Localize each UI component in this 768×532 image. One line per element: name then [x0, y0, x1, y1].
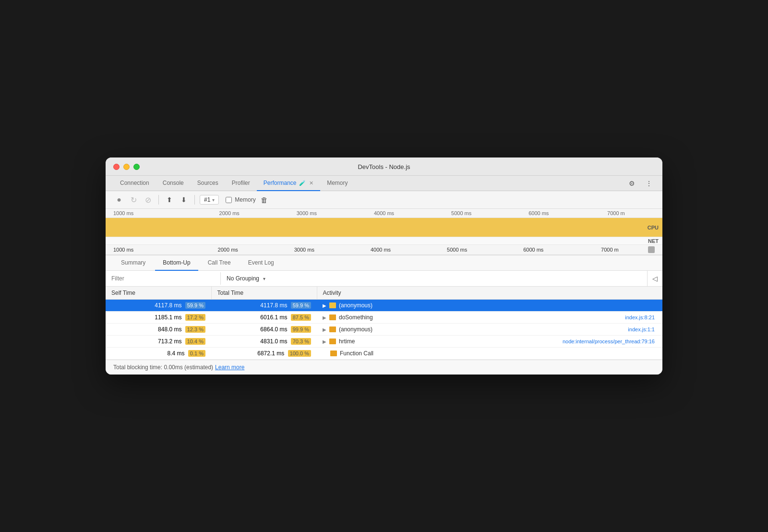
titlebar: DevTools - Node.js	[106, 157, 662, 176]
more-icon[interactable]: ⋮	[643, 178, 655, 189]
tab-connection[interactable]: Connection	[113, 176, 156, 191]
status-text: Total blocking time: 0.00ms (estimated)	[113, 364, 213, 371]
ruler-mark-3000: 3000 ms	[268, 210, 345, 216]
learn-more-link[interactable]: Learn more	[215, 364, 244, 371]
memory-checkbox-input[interactable]	[226, 197, 232, 203]
subtabs: Summary Bottom-Up Call Tree Event Log	[106, 255, 662, 271]
ruler2-mark-6000: 6000 ms	[495, 247, 572, 253]
download-button[interactable]: ⬇	[178, 194, 190, 206]
subtab-summary[interactable]: Summary	[113, 255, 153, 271]
activity-cell: ▶(anonymous)index.js:1:1	[317, 324, 662, 335]
total-time-value: 6864.0 ms	[260, 326, 287, 333]
statusbar: Total blocking time: 0.00ms (estimated) …	[106, 360, 662, 375]
filter-input[interactable]	[106, 272, 221, 285]
net-bar: NET	[106, 237, 662, 245]
profile-selector[interactable]: #1 ▾	[200, 195, 219, 205]
activity-name: hrtime	[339, 338, 355, 345]
timeline-area: 1000 ms 2000 ms 3000 ms 4000 ms 5000 ms …	[106, 209, 662, 255]
table-row[interactable]: 713.2 ms 10.4 %4831.0 ms 70.3 %▶hrtimeno…	[106, 336, 662, 348]
record-button[interactable]: ●	[113, 194, 125, 206]
ruler-mark-7000: 7000 m	[577, 210, 655, 216]
window-title: DevTools - Node.js	[358, 163, 410, 170]
performance-table: Self Time Total Time Activity 4117.8 ms …	[106, 287, 662, 360]
tab-console[interactable]: Console	[156, 176, 191, 191]
table-row[interactable]: 8.4 ms 0.1 %6872.1 ms 100.0 %Function Ca…	[106, 348, 662, 360]
ruler-mark-4000: 4000 ms	[345, 210, 422, 216]
ruler2-mark-3000: 3000 ms	[266, 247, 342, 253]
ruler2-mark-2000: 2000 ms	[190, 247, 266, 253]
activity-cell: Function Call	[317, 348, 662, 359]
expand-arrow-icon[interactable]: ▶	[323, 327, 326, 332]
folder-icon	[329, 339, 336, 344]
total-pct-badge: 99.9 %	[291, 326, 311, 333]
tabbar: Connection Console Sources Profiler Perf…	[106, 176, 662, 191]
table-row[interactable]: 4117.8 ms 59.9 %4117.8 ms 59.9 %▶(anonym…	[106, 300, 662, 312]
settings-icon[interactable]: ⚙	[626, 178, 637, 189]
col-header-activity: Activity	[317, 287, 662, 300]
col-header-total-time: Total Time	[211, 287, 317, 300]
reload-button: ↻	[128, 194, 139, 206]
self-pct-badge: 12.3 %	[185, 326, 205, 333]
expand-arrow-icon[interactable]: ▶	[323, 339, 326, 344]
tab-memory[interactable]: Memory	[320, 176, 354, 191]
folder-icon	[329, 314, 336, 320]
self-time-value: 848.0 ms	[158, 326, 181, 333]
activity-name: Function Call	[340, 350, 373, 357]
maximize-button[interactable]	[133, 164, 140, 170]
self-time-value: 4117.8 ms	[155, 302, 181, 309]
tabbar-actions: ⚙ ⋮	[626, 178, 655, 189]
timeline-ruler-top: 1000 ms 2000 ms 3000 ms 4000 ms 5000 ms …	[106, 209, 662, 218]
total-time-cell: 4831.0 ms 70.3 %	[211, 336, 317, 348]
tab-profiler[interactable]: Profiler	[225, 176, 257, 191]
expand-arrow-icon[interactable]: ▶	[323, 303, 326, 308]
trash-button[interactable]: 🗑	[259, 194, 270, 206]
folder-icon	[329, 302, 336, 308]
timeline-ruler-bottom: 1000 ms 2000 ms 3000 ms 4000 ms 5000 ms …	[106, 245, 662, 255]
table-row[interactable]: 848.0 ms 12.3 %6864.0 ms 99.9 %▶(anonymo…	[106, 324, 662, 336]
col-header-self-time: Self Time	[106, 287, 211, 300]
self-pct-badge: 59.9 %	[185, 302, 205, 309]
cpu-usage-fill	[106, 218, 662, 237]
subtab-event-log[interactable]: Event Log	[240, 255, 282, 271]
source-link[interactable]: index.js:1:1	[628, 326, 657, 332]
total-time-cell: 6864.0 ms 99.9 %	[211, 324, 317, 336]
self-time-cell: 848.0 ms 12.3 %	[106, 324, 211, 336]
ruler2-mark-5000: 5000 ms	[419, 247, 495, 253]
upload-button[interactable]: ⬆	[164, 194, 175, 206]
dropdown-icon: ▾	[212, 197, 215, 203]
table-row[interactable]: 1185.1 ms 17.2 %6016.1 ms 87.5 %▶doSomet…	[106, 312, 662, 324]
memory-checkbox[interactable]: Memory	[226, 196, 255, 203]
source-link[interactable]: index.js:8:21	[625, 314, 657, 320]
subtab-call-tree[interactable]: Call Tree	[200, 255, 239, 271]
self-time-value: 1185.1 ms	[155, 314, 181, 321]
close-button[interactable]	[113, 164, 120, 170]
folder-icon	[329, 326, 336, 332]
panel-toggle-button[interactable]: ◁	[647, 271, 662, 286]
activity-cell: ▶(anonymous)	[317, 300, 662, 311]
self-time-cell: 1185.1 ms 17.2 %	[106, 312, 211, 324]
total-pct-badge: 59.9 %	[291, 302, 311, 309]
net-label: NET	[648, 238, 659, 244]
ruler2-mark-4000: 4000 ms	[342, 247, 419, 253]
ruler-mark-2000: 2000 ms	[191, 210, 268, 216]
subtab-bottom-up[interactable]: Bottom-Up	[155, 255, 198, 271]
tab-sources[interactable]: Sources	[191, 176, 225, 191]
total-time-cell: 6872.1 ms 100.0 %	[211, 348, 317, 360]
tab-performance[interactable]: Performance 🧪 ✕	[257, 176, 320, 191]
activity-name: (anonymous)	[339, 326, 372, 333]
source-link[interactable]: node:internal/process/per_thread:79:16	[563, 339, 657, 344]
grouping-select[interactable]: No Grouping ▾	[221, 272, 647, 285]
ruler2-mark-1000: 1000 ms	[113, 247, 190, 253]
minimize-button[interactable]	[123, 164, 130, 170]
cpu-bar: CPU	[106, 218, 662, 237]
total-pct-badge: 100.0 %	[288, 350, 311, 357]
tab-close-icon[interactable]: ✕	[309, 180, 313, 186]
self-time-value: 713.2 ms	[158, 338, 181, 345]
total-time-cell: 4117.8 ms 59.9 %	[211, 300, 317, 312]
ruler2-mark-7000: 7000 m	[572, 247, 648, 253]
self-time-value: 8.4 ms	[168, 350, 185, 357]
timeline-scrollbar[interactable]	[648, 246, 655, 253]
ruler-mark-6000: 6000 ms	[500, 210, 577, 216]
total-time-value: 4831.0 ms	[260, 338, 287, 345]
expand-arrow-icon[interactable]: ▶	[323, 315, 326, 320]
